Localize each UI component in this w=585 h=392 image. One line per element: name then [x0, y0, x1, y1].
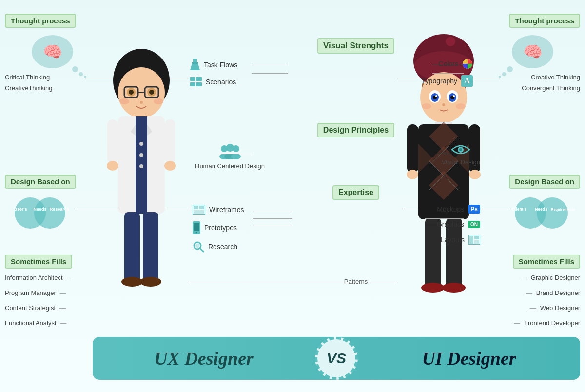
vs-right-items: Colors Typography A [422, 59, 473, 87]
design-principles-section: Design Principles [234, 123, 478, 137]
svg-rect-91 [469, 236, 473, 244]
svg-rect-70 [196, 82, 202, 86]
svg-rect-31 [124, 212, 140, 283]
conn-vs-left-1 [252, 65, 288, 65]
list-item: Functional Analyst — [5, 319, 73, 327]
brain-icon-left: 🧠 [43, 42, 62, 61]
svg-rect-92 [474, 236, 479, 239]
hcd-item: Human Centered Design [195, 144, 265, 170]
conn-exp-left-3 [253, 226, 292, 226]
colors-icon [462, 59, 473, 69]
svg-point-20 [154, 98, 163, 104]
program-manager-label: Program Manager [5, 289, 56, 296]
wireframes-label: Wireframes [209, 206, 244, 214]
expertise-label: Expertise [332, 185, 379, 200]
wireframes-item: Wireframes [193, 205, 244, 215]
thought-text-right: Creative Thinking Convergent Thinking [522, 72, 580, 94]
svg-text:Needs: Needs [535, 207, 547, 212]
vs-label: VS [327, 350, 346, 367]
graphics-item: Graphics ON [437, 220, 480, 228]
svg-rect-85 [194, 223, 199, 231]
colors-item: Colors [422, 59, 473, 69]
svg-rect-69 [190, 82, 195, 86]
sometimes-label-left: Sometimes Fills [5, 255, 72, 269]
list-item: — Brand Designer [526, 289, 580, 296]
research-item: Research [193, 241, 244, 253]
creative-thinking-label: CreativeThinking [5, 83, 53, 94]
ux-banner-text: UX Designer [93, 348, 315, 369]
prototypes-item: Prototypes [193, 221, 244, 234]
typography-icon: A [461, 75, 473, 87]
wireframe-icon [193, 205, 205, 215]
svg-point-19 [119, 98, 129, 104]
conn-vs-right-2 [432, 73, 464, 74]
svg-rect-67 [190, 77, 195, 81]
venn-right: Client's Needs Requirements [504, 195, 579, 234]
svg-rect-32 [143, 212, 158, 283]
svg-rect-68 [196, 77, 202, 81]
svg-point-79 [459, 148, 462, 151]
scenarios-icon [190, 77, 202, 87]
list-item: — Frontend Developer [514, 319, 580, 327]
task-flows-label: Task Flows [204, 61, 237, 69]
design-based-label-left: Design Based on [5, 175, 76, 189]
content-strategist-label: Content Strategist [5, 304, 56, 312]
creative-thinking-right-label: Creative Thinking [522, 72, 580, 83]
conn-exp-right-2 [425, 218, 464, 219]
conn-exp-left-2 [253, 218, 292, 219]
mockups-label: Mockups [437, 205, 464, 213]
scenarios-label: Scenarios [206, 78, 236, 86]
conn-dp-left [218, 154, 253, 154]
svg-point-26 [139, 164, 143, 168]
svg-point-34 [140, 277, 161, 287]
hcd-label: Human Centered Design [195, 162, 265, 170]
ps-badge: Ps [468, 205, 480, 214]
venn-left: User's Needs Research [6, 195, 74, 234]
svg-rect-66 [192, 62, 198, 64]
thought-process-left: Thought process [5, 14, 76, 28]
svg-point-50 [442, 103, 445, 106]
thought-label-left: Thought process [5, 14, 76, 28]
svg-rect-83 [194, 210, 204, 214]
svg-text:User's: User's [14, 207, 27, 212]
on-badge: ON [468, 221, 480, 228]
svg-point-46 [435, 95, 437, 97]
svg-point-86 [196, 232, 197, 234]
svg-point-33 [121, 277, 143, 287]
web-designer-label: Web Designer [540, 304, 580, 312]
design-based-right-label: Design Based on [509, 175, 580, 189]
design-based-label-right: Design Based on [509, 175, 580, 189]
typography-label: Typography [422, 77, 457, 85]
thought-bubble-left: 🧠 [32, 35, 73, 68]
svg-rect-81 [194, 206, 198, 209]
prototypes-label: Prototypes [204, 224, 237, 232]
sometimes-items-left: Information Architect — Program Manager … [5, 274, 73, 327]
bubble-dot-2 [79, 72, 83, 76]
mockups-item: Mockups Ps [437, 205, 480, 214]
conn-exp-right-1 [425, 211, 464, 211]
list-item: — Graphic Designer [521, 274, 580, 281]
expertise-left-items: Wireframes Prototypes Research [193, 205, 244, 253]
visual-design-label: Visual Design [442, 158, 480, 166]
colors-label: Colors [439, 60, 458, 68]
bubble-dot-r1 [507, 66, 513, 72]
research-icon [193, 241, 204, 253]
svg-point-21 [140, 101, 143, 104]
svg-text:Research: Research [50, 207, 70, 212]
svg-point-24 [139, 142, 143, 146]
design-based-left-label: Design Based on [5, 175, 76, 189]
svg-point-48 [422, 103, 431, 109]
sometimes-fills-right-label: Sometimes Fills [513, 255, 580, 269]
svg-rect-93 [474, 240, 479, 244]
vs-banner: UX Designer VS UI Designer [93, 337, 580, 380]
list-item: Information Architect — [5, 274, 73, 281]
ux-label: UX Designer [154, 348, 254, 369]
task-flows-item: Task Flows [190, 59, 237, 71]
svg-text:Requirements: Requirements [551, 207, 575, 212]
svg-point-6 [537, 197, 568, 229]
frontend-dev-label: Frontend Developer [524, 319, 580, 327]
bubble-dot-r2 [502, 72, 506, 76]
bubble-dot-1 [72, 66, 78, 72]
svg-point-1 [34, 197, 65, 229]
design-principles-label: Design Principles [317, 123, 394, 137]
